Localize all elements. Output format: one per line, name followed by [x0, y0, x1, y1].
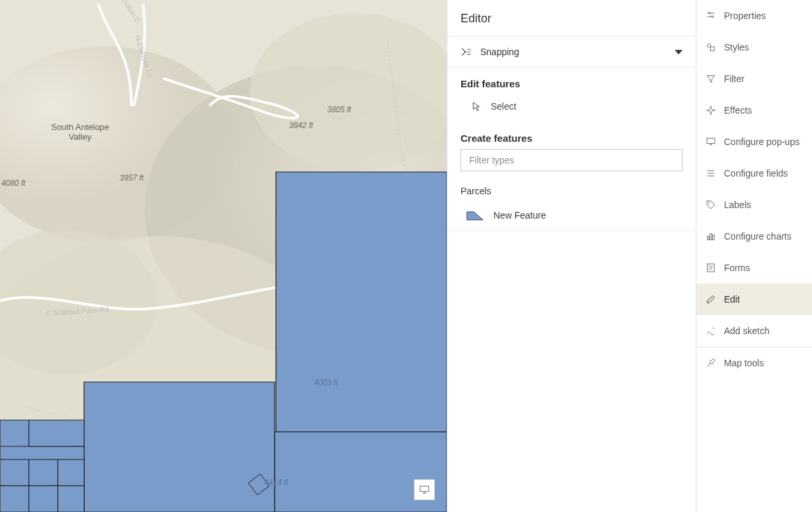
cursor-icon — [471, 101, 482, 112]
svg-marker-14 — [58, 459, 84, 486]
tool-configure-charts[interactable]: Configure charts — [696, 221, 812, 252]
svg-marker-8 — [84, 382, 275, 512]
svg-rect-32 — [710, 47, 714, 51]
svg-rect-40 — [713, 235, 715, 240]
tool-label: Edit — [724, 294, 740, 305]
svg-marker-11 — [29, 420, 84, 446]
bar-chart-icon — [706, 231, 716, 242]
tool-label: Configure charts — [724, 231, 792, 242]
filter-icon — [706, 74, 716, 84]
tag-icon — [706, 200, 716, 210]
tool-filter[interactable]: Filter — [696, 63, 812, 95]
tool-label: Map tools — [724, 358, 764, 368]
create-features-heading: Create features — [447, 122, 696, 149]
select-label: Select — [491, 101, 516, 112]
svg-point-30 — [711, 16, 713, 18]
svg-marker-6 — [276, 172, 447, 432]
chevron-down-icon — [675, 50, 683, 54]
tool-styles[interactable]: Styles — [696, 32, 812, 63]
sketch-icon — [706, 326, 716, 336]
snapping-toggle[interactable]: Snapping — [447, 37, 696, 68]
filter-types-input[interactable] — [461, 149, 683, 171]
tool-label: Configure pop-ups — [724, 137, 800, 147]
popup-icon — [706, 137, 716, 147]
edit-features-heading: Edit features — [447, 68, 696, 95]
pencil-icon — [706, 294, 716, 305]
svg-rect-39 — [710, 234, 712, 240]
svg-point-37 — [708, 202, 710, 203]
tool-label: Properties — [724, 11, 766, 21]
polygon-swatch-icon — [466, 209, 484, 221]
svg-rect-38 — [708, 236, 710, 240]
tool-label: Effects — [724, 105, 752, 116]
svg-point-22 — [464, 51, 466, 53]
tool-list-panel: Properties Styles Filter Effects Configu… — [696, 0, 812, 512]
tool-effects[interactable]: Effects — [696, 95, 812, 126]
basemap-toggle-button[interactable] — [414, 479, 435, 500]
svg-marker-15 — [0, 486, 29, 512]
editor-panel: Editor Snapping Edit features Select Cre… — [447, 0, 696, 512]
layer-name-label: Parcels — [447, 182, 696, 203]
tool-labels[interactable]: Labels — [696, 189, 812, 221]
sliders-icon — [706, 11, 716, 21]
form-icon — [706, 263, 716, 273]
svg-marker-26 — [467, 212, 484, 220]
tool-edit[interactable]: Edit — [696, 284, 812, 315]
tool-label: Styles — [724, 42, 749, 53]
tool-label: Labels — [724, 200, 751, 210]
tool-configure-popups[interactable]: Configure pop-ups — [696, 126, 812, 158]
svg-marker-17 — [58, 486, 84, 512]
shapes-icon — [706, 42, 716, 53]
tool-label: Configure fields — [724, 168, 788, 179]
editor-title: Editor — [447, 0, 696, 37]
tool-label: Forms — [724, 263, 750, 273]
parcel-layer — [0, 0, 447, 512]
tool-add-sketch[interactable]: Add sketch — [696, 315, 812, 347]
tool-configure-fields[interactable]: Configure fields — [696, 158, 812, 189]
svg-marker-13 — [29, 459, 58, 486]
list-icon — [706, 168, 716, 179]
svg-marker-12 — [0, 459, 29, 486]
feature-template-item[interactable]: New Feature — [447, 203, 696, 231]
tool-properties[interactable]: Properties — [696, 0, 812, 32]
snapping-label: Snapping — [480, 47, 675, 57]
tool-forms[interactable]: Forms — [696, 252, 812, 284]
feature-template-label: New Feature — [493, 210, 546, 221]
snapping-icon — [461, 46, 472, 58]
sparkle-icon — [706, 105, 716, 116]
tool-map-tools[interactable]: Map tools — [696, 347, 812, 379]
monitor-icon — [419, 485, 430, 494]
map-canvas[interactable]: South AntelopeValley 3957 ft 3842 ft 380… — [0, 0, 447, 512]
tool-label: Add sketch — [724, 326, 769, 336]
tool-label: Filter — [724, 74, 744, 84]
wrench-icon — [706, 358, 716, 368]
select-tool-button[interactable]: Select — [447, 95, 696, 122]
svg-point-28 — [709, 12, 711, 14]
svg-rect-19 — [420, 486, 428, 492]
svg-marker-16 — [29, 486, 58, 512]
svg-rect-33 — [707, 139, 715, 144]
